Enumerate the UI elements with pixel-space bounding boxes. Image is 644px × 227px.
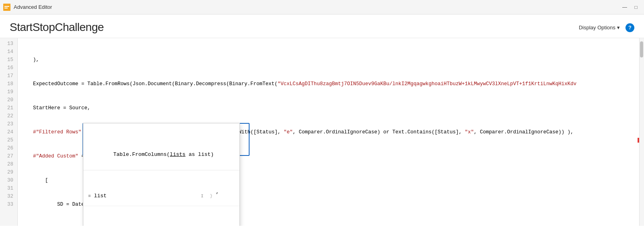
header-actions: Display Options ▾ ? xyxy=(576,23,634,32)
list-item-icon: ≡ xyxy=(88,192,91,200)
line-num-17: 17 xyxy=(0,72,17,80)
line-num-15: 15 xyxy=(0,56,17,64)
editor-header: StartStopChallenge Display Options ▾ ? xyxy=(0,14,644,38)
line-num-30: 30 xyxy=(0,176,17,184)
page-title: StartStopChallenge xyxy=(10,21,104,34)
svg-rect-1 xyxy=(4,6,9,7)
function-name: Table.FromColumns(lists as list) xyxy=(113,151,214,157)
autocomplete-description: Creates a table from a list of columns a… xyxy=(83,222,239,226)
maximize-button[interactable]: □ xyxy=(631,3,641,11)
code-line-14: ExpectedOutcome = Table.FromRows(Json.Do… xyxy=(21,80,636,88)
title-bar: Advanced Editor — □ xyxy=(0,0,644,14)
line-num-20: 20 xyxy=(0,96,17,104)
code-line-15: StartHere = Source, xyxy=(21,104,636,112)
display-options-button[interactable]: Display Options ▾ xyxy=(576,23,623,32)
code-line-13: ), xyxy=(21,56,636,64)
svg-rect-0 xyxy=(3,4,10,11)
line-num-27: 27 xyxy=(0,152,17,160)
vertical-scrollbar[interactable] xyxy=(639,38,644,226)
error-marker xyxy=(638,138,639,143)
display-options-label: Display Options xyxy=(579,25,615,31)
line-num-22: 22 xyxy=(0,112,17,120)
line-num-13: 13 xyxy=(0,40,17,48)
line-num-23: 23 xyxy=(0,120,17,128)
line-num-24: 24 xyxy=(0,128,17,136)
code-editor[interactable]: ), ExpectedOutcome = Table.FromRows(Json… xyxy=(18,38,639,226)
autocomplete-popup[interactable]: Table.FromColumns(lists as list) ≡ list … xyxy=(83,123,240,226)
line-num-16: 16 xyxy=(0,64,17,72)
editor-area: 13 14 15 16 17 18 19 20 21 22 23 24 25 2… xyxy=(0,38,644,226)
minimize-button[interactable]: — xyxy=(620,3,630,11)
line-num-31: 31 xyxy=(0,184,17,192)
scrollbar-thumb[interactable] xyxy=(640,41,643,57)
line-num-33: 33 xyxy=(0,200,17,209)
line-num-28: 28 xyxy=(0,160,17,168)
line-num-14: 14 xyxy=(0,48,17,56)
autocomplete-signature: Table.FromColumns(lists as list) xyxy=(83,139,239,170)
svg-rect-2 xyxy=(4,8,8,8)
autocomplete-item-list[interactable]: ≡ list I }, xyxy=(83,186,239,206)
title-bar-label: Advanced Editor xyxy=(14,4,620,10)
window-controls: — □ xyxy=(620,3,641,11)
help-button[interactable]: ? xyxy=(625,23,634,32)
line-num-32: 32 xyxy=(0,192,17,200)
autocomplete-param-label: list xyxy=(94,192,107,200)
line-num-21: 21 xyxy=(0,104,17,112)
app-icon xyxy=(3,4,10,11)
line-num-18: 18 xyxy=(0,80,17,88)
line-num-19: 19 xyxy=(0,88,17,96)
line-num-26: 26 xyxy=(0,144,17,152)
cursor-indicator: I xyxy=(110,192,204,200)
line-numbers: 13 14 15 16 17 18 19 20 21 22 23 24 25 2… xyxy=(0,38,18,226)
line-num-29: 29 xyxy=(0,168,17,176)
dropdown-arrow-icon: ▾ xyxy=(617,25,620,31)
close-hint: } xyxy=(210,192,213,200)
line-num-25: 25 xyxy=(0,136,17,144)
